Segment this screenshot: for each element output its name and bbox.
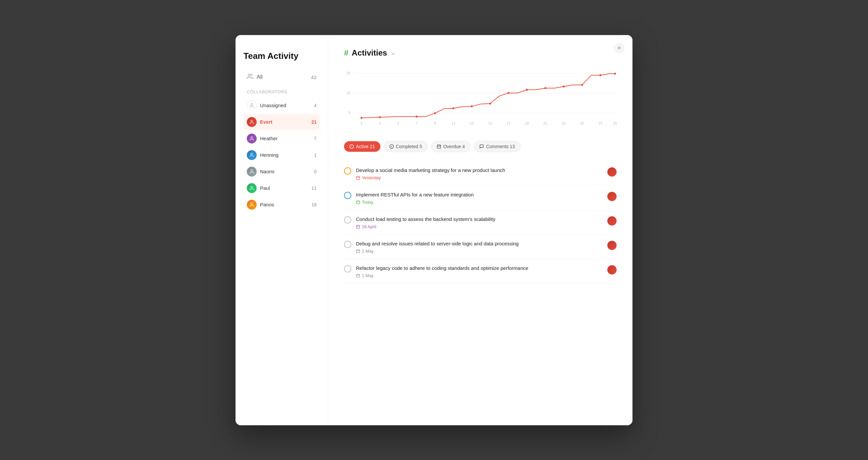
avatar-naomi [247, 167, 257, 176]
hash-icon: # [344, 48, 348, 58]
collab-name-henning: Henning [260, 152, 279, 158]
collab-count-evert: 21 [311, 120, 316, 125]
svg-rect-61 [356, 250, 360, 253]
sidebar-item-panos[interactable]: Panos 18 [244, 197, 320, 212]
sidebar-item-evert[interactable]: Evert 21 [244, 114, 320, 130]
chevron-down-icon[interactable]: ⌄ [391, 50, 395, 56]
svg-text:25: 25 [580, 121, 584, 125]
task-item: Implement RESTful APIs for a new feature… [344, 186, 617, 210]
svg-point-6 [251, 186, 252, 188]
svg-text:29: 29 [613, 121, 617, 125]
collab-name-evert: Evert [260, 119, 273, 125]
modal-window: Team Activity All 42 Collaborators [236, 35, 632, 425]
task-item: Conduct load testing to assess the backe… [344, 210, 617, 235]
task-date: 16 April [356, 224, 495, 229]
avatar-evert [247, 117, 257, 127]
tab-comments-label: Comments 13 [486, 144, 515, 149]
svg-text:23: 23 [562, 121, 566, 125]
sidebar-item-henning[interactable]: Henning 1 [244, 147, 320, 163]
task-date-text: 1 May [362, 249, 373, 254]
task-assignee-avatar [607, 167, 617, 176]
sidebar-all-left: All [247, 73, 262, 81]
svg-point-3 [251, 137, 252, 138]
svg-rect-57 [356, 225, 360, 228]
sidebar-item-unassigned[interactable]: Unassigned 4 [244, 98, 320, 113]
sidebar-item-paul[interactable]: Paul 11 [244, 180, 320, 196]
svg-point-0 [248, 74, 250, 76]
task-date: 1 May [356, 273, 528, 278]
task-circle-orange [344, 167, 351, 175]
avatar-heather [247, 134, 257, 143]
task-title: Implement RESTful APIs for a new feature… [356, 191, 474, 198]
task-circle-gray [344, 265, 351, 272]
collab-count-heather: 7 [314, 136, 316, 141]
users-icon [247, 73, 253, 81]
filter-tabs: Active 21 Completed 5 Overdue 4 [344, 141, 617, 152]
svg-point-7 [251, 203, 252, 204]
collab-count-henning: 1 [314, 153, 316, 158]
task-date-text: 1 May [362, 273, 373, 278]
task-title: Refactor legacy code to adhere to coding… [356, 265, 528, 271]
sidebar-item-naomi[interactable]: Naomi 0 [244, 164, 320, 179]
tab-completed[interactable]: Completed 5 [384, 141, 428, 152]
svg-text:13: 13 [470, 121, 474, 125]
sidebar: Team Activity All 42 Collaborators [236, 35, 328, 425]
svg-rect-49 [356, 176, 360, 179]
main-content: × # Activities ⌄ 5 15 30 1 3 5 7 9 [328, 35, 632, 425]
tab-active[interactable]: Active 21 [344, 141, 380, 152]
sidebar-item-heather[interactable]: Heather 7 [244, 131, 320, 146]
svg-text:19: 19 [525, 121, 529, 125]
tab-completed-label: Completed 5 [396, 144, 422, 149]
task-date-text: Yesterday [362, 175, 381, 180]
collab-count-unassigned: 4 [314, 103, 316, 108]
svg-point-4 [251, 153, 252, 155]
svg-point-40 [581, 84, 583, 86]
svg-text:15: 15 [488, 121, 492, 125]
task-circle-gray [344, 216, 351, 224]
svg-point-38 [545, 87, 547, 89]
sidebar-all-row[interactable]: All 42 [244, 70, 320, 84]
svg-point-42 [614, 72, 616, 74]
svg-point-5 [251, 170, 252, 171]
collab-name-paul: Paul [260, 185, 270, 191]
svg-text:27: 27 [598, 121, 602, 125]
collab-name-panos: Panos [260, 202, 274, 207]
collab-count-naomi: 0 [314, 169, 316, 174]
svg-rect-65 [356, 274, 360, 277]
collab-name-naomi: Naomi [260, 169, 274, 174]
task-date: 1 May [356, 249, 519, 254]
svg-text:21: 21 [544, 121, 548, 125]
task-date-text: Today [362, 200, 373, 205]
collab-name-heather: Heather [260, 136, 278, 141]
svg-point-41 [599, 74, 601, 76]
svg-point-34 [471, 105, 473, 107]
activity-chart: 5 15 30 1 3 5 7 9 11 13 15 17 19 21 23 2… [344, 67, 617, 133]
task-title: Debug and resolve issues related to serv… [356, 240, 519, 247]
tab-active-label: Active 21 [356, 144, 375, 149]
task-title: Conduct load testing to assess the backe… [356, 216, 495, 223]
avatar-henning [247, 150, 257, 160]
task-date: Today [356, 200, 474, 205]
task-assignee-avatar [607, 241, 617, 250]
task-date-text: 16 April [362, 224, 376, 229]
svg-text:3: 3 [379, 121, 381, 125]
svg-point-29 [361, 117, 363, 119]
avatar-unassigned [247, 101, 257, 110]
all-label: All [257, 74, 262, 80]
main-header: # Activities ⌄ [344, 48, 617, 58]
svg-point-37 [526, 89, 528, 91]
svg-point-31 [416, 116, 418, 118]
svg-point-36 [507, 92, 509, 94]
svg-rect-53 [356, 201, 360, 204]
task-item: Refactor legacy code to adhere to coding… [344, 259, 617, 284]
task-assignee-avatar [607, 192, 617, 201]
svg-text:7: 7 [415, 121, 417, 125]
svg-point-35 [489, 102, 491, 104]
close-button[interactable]: × [614, 43, 624, 54]
collaborators-label: Collaborators [244, 89, 320, 94]
tab-overdue[interactable]: Overdue 4 [431, 141, 470, 152]
svg-point-30 [379, 116, 381, 118]
task-item: Develop a social media marketing strateg… [344, 161, 617, 186]
task-item: Debug and resolve issues related to serv… [344, 235, 617, 259]
tab-comments[interactable]: Comments 13 [474, 141, 520, 152]
